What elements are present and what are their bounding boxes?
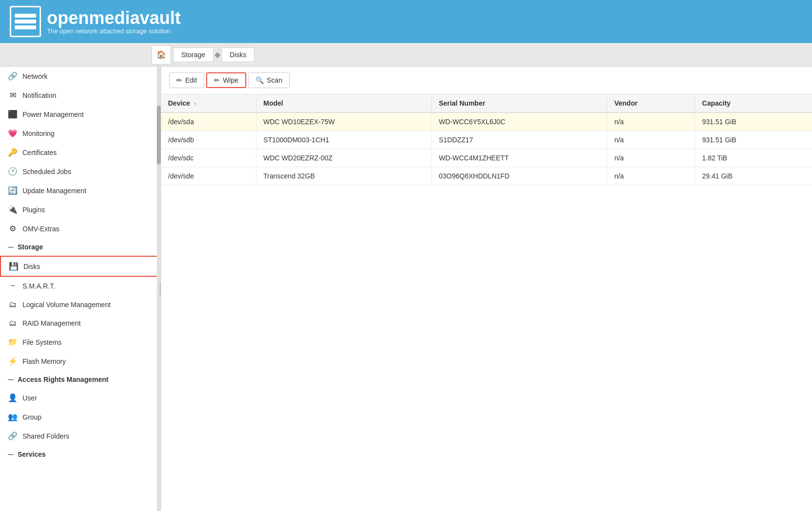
home-button[interactable]: 🏠 xyxy=(151,45,171,65)
sidebar-item-label: Shared Folders xyxy=(22,432,69,440)
table-row[interactable]: /dev/sdb ST1000DM003-1CH1 S1DDZZ17 n/a 9… xyxy=(161,131,812,149)
table-row[interactable]: /dev/sde Transcend 32GB 03O96Q8XHDDLN1FD… xyxy=(161,167,812,185)
col-header-serial[interactable]: Serial Number xyxy=(432,94,607,112)
logo-subtitle: The open network attached storage soluti… xyxy=(47,27,181,35)
sidebar-item-label: File Systems xyxy=(22,338,62,346)
cell-vendor: n/a xyxy=(607,112,695,131)
breadcrumb-separator: ◆ xyxy=(214,50,221,59)
sidebar-item-disks[interactable]: 💾 Disks xyxy=(0,256,161,277)
sidebar-item-omv-extras[interactable]: ⚙ OMV-Extras xyxy=(0,219,161,238)
shared-folders-icon: 🔗 xyxy=(8,431,18,441)
sidebar-item-label: OMV-Extras xyxy=(22,225,59,233)
cell-serial: S1DDZZ17 xyxy=(432,131,607,149)
sidebar-item-user[interactable]: 👤 User xyxy=(0,388,161,407)
toolbar: ✏ Edit ✏ Wipe 🔍 Scan xyxy=(161,67,812,94)
sidebar-item-label: S.M.A.R.T. xyxy=(22,282,55,290)
lvm-icon: 🗂 xyxy=(8,300,18,309)
certificates-icon: 🔑 xyxy=(8,148,18,157)
sidebar-item-label: Group xyxy=(22,413,42,421)
flash-memory-icon: ⚡ xyxy=(8,356,18,366)
update-management-icon: 🔄 xyxy=(8,186,18,195)
disks-icon: 💾 xyxy=(9,262,19,271)
cell-serial: WD-WCC6Y5XL6J0C xyxy=(432,112,607,131)
col-header-model[interactable]: Model xyxy=(256,94,432,112)
sidebar-item-label: Logical Volume Management xyxy=(22,301,111,309)
cell-model: Transcend 32GB xyxy=(256,167,432,185)
col-header-capacity[interactable]: Capacity xyxy=(695,94,812,112)
logo-title: openmediavault xyxy=(47,8,181,28)
sidebar-item-raid[interactable]: 🗂 RAID Management xyxy=(0,314,161,333)
breadcrumb: Storage ◆ Disks xyxy=(173,47,255,62)
wipe-icon: ✏ xyxy=(214,76,220,84)
cell-device: /dev/sdb xyxy=(161,131,256,149)
main-layout: 🔗 Network✉ Notification⬛ Power Managemen… xyxy=(0,67,812,511)
sidebar-item-update-management[interactable]: 🔄 Update Management xyxy=(0,181,161,200)
sidebar-item-label: Update Management xyxy=(22,187,86,195)
scan-button[interactable]: 🔍 Scan xyxy=(248,72,290,88)
logo-icon xyxy=(10,6,41,37)
power-management-icon: ⬛ xyxy=(8,110,18,119)
breadcrumb-disks[interactable]: Disks xyxy=(221,47,255,62)
sidebar-item-label: Flash Memory xyxy=(22,357,66,365)
sidebar-item-flash-memory[interactable]: ⚡ Flash Memory xyxy=(0,352,161,371)
sidebar-item-label: Scheduled Jobs xyxy=(22,168,71,176)
col-header-device[interactable]: Device ↑ xyxy=(161,94,256,112)
section-toggle-icon: — xyxy=(8,451,14,458)
table-header-row: Device ↑ Model Serial Number Vendor xyxy=(161,94,812,112)
sidebar-item-notification[interactable]: ✉ Notification xyxy=(0,86,161,105)
sidebar-item-plugins[interactable]: 🔌 Plugins xyxy=(0,200,161,219)
sidebar: 🔗 Network✉ Notification⬛ Power Managemen… xyxy=(0,67,161,511)
content-area: ✏ Edit ✏ Wipe 🔍 Scan Device ↑ xyxy=(161,67,812,511)
sidebar-item-lvm[interactable]: 🗂 Logical Volume Management xyxy=(0,295,161,314)
sidebar-item-monitoring[interactable]: 💗 Monitoring xyxy=(0,124,161,143)
cell-vendor: n/a xyxy=(607,167,695,185)
group-icon: 👥 xyxy=(8,412,18,422)
user-icon: 👤 xyxy=(8,393,18,402)
sidebar-item-certificates[interactable]: 🔑 Certificates xyxy=(0,143,161,162)
sidebar-section-services[interactable]: — Services xyxy=(0,445,161,463)
scan-icon: 🔍 xyxy=(256,76,264,84)
cell-model: WDC WD10EZEX-75W xyxy=(256,112,432,131)
cell-serial: WD-WCC4M1ZHEETT xyxy=(432,149,607,167)
cell-device: /dev/sda xyxy=(161,112,256,131)
sidebar-item-label: Disks xyxy=(23,263,40,270)
disks-table-container: Device ↑ Model Serial Number Vendor xyxy=(161,94,812,511)
smart-icon: ~ xyxy=(8,282,18,290)
section-toggle-icon: — xyxy=(8,244,14,250)
sidebar-section-storage[interactable]: — Storage xyxy=(0,238,161,256)
wipe-button[interactable]: ✏ Wipe xyxy=(206,72,246,88)
table-row[interactable]: /dev/sda WDC WD10EZEX-75W WD-WCC6Y5XL6J0… xyxy=(161,112,812,131)
navbar: 🏠 Storage ◆ Disks xyxy=(0,43,812,67)
sidebar-item-smart[interactable]: ~ S.M.A.R.T. xyxy=(0,277,161,295)
table-row[interactable]: /dev/sdc WDC WD20EZRZ-00Z WD-WCC4M1ZHEET… xyxy=(161,149,812,167)
sidebar-item-scheduled-jobs[interactable]: 🕐 Scheduled Jobs xyxy=(0,162,161,181)
notification-icon: ✉ xyxy=(8,90,18,100)
disks-table: Device ↑ Model Serial Number Vendor xyxy=(161,94,812,185)
sidebar-item-label: Notification xyxy=(22,91,56,99)
omv-extras-icon: ⚙ xyxy=(8,224,18,233)
cell-model: WDC WD20EZRZ-00Z xyxy=(256,149,432,167)
cell-device: /dev/sde xyxy=(161,167,256,185)
sidebar-item-label: Certificates xyxy=(22,149,57,156)
logo: openmediavault The open network attached… xyxy=(10,6,181,37)
col-header-vendor[interactable]: Vendor xyxy=(607,94,695,112)
sidebar-section-access-rights[interactable]: — Access Rights Management xyxy=(0,371,161,388)
network-icon: 🔗 xyxy=(8,71,18,81)
cell-capacity: 29.41 GiB xyxy=(695,167,812,185)
sidebar-item-label: RAID Management xyxy=(22,319,81,327)
sidebar-item-filesystems[interactable]: 📁 File Systems xyxy=(0,333,161,352)
cell-serial: 03O96Q8XHDDLN1FD xyxy=(432,167,607,185)
sidebar-item-group[interactable]: 👥 Group xyxy=(0,407,161,426)
cell-vendor: n/a xyxy=(607,149,695,167)
breadcrumb-storage[interactable]: Storage xyxy=(173,47,214,62)
raid-icon: 🗂 xyxy=(8,319,18,328)
sidebar-item-shared-folders[interactable]: 🔗 Shared Folders xyxy=(0,426,161,445)
sidebar-collapse-button[interactable]: ◀ xyxy=(160,282,161,296)
section-toggle-icon: — xyxy=(8,376,14,383)
sidebar-item-power-management[interactable]: ⬛ Power Management xyxy=(0,105,161,124)
sidebar-item-label: Network xyxy=(22,72,47,80)
plugins-icon: 🔌 xyxy=(8,205,18,214)
edit-button[interactable]: ✏ Edit xyxy=(169,72,204,88)
cell-capacity: 931.51 GiB xyxy=(695,112,812,131)
sidebar-item-network[interactable]: 🔗 Network xyxy=(0,67,161,86)
